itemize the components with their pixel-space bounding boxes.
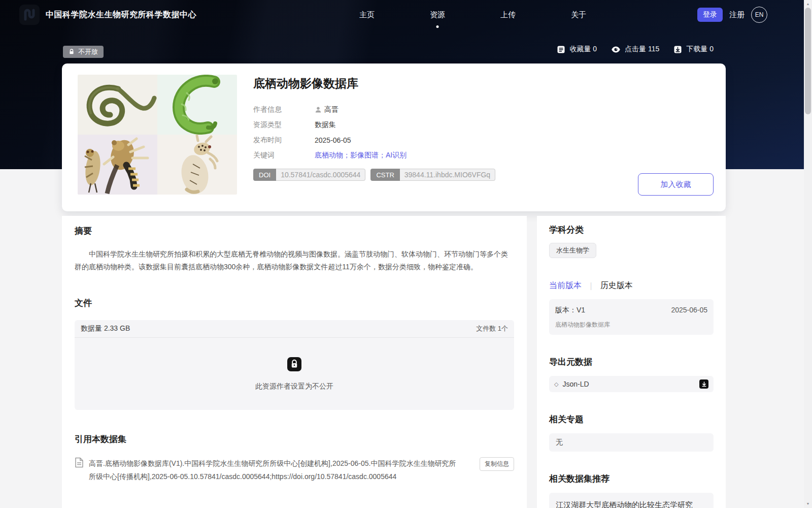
nav-about[interactable]: 关于 (571, 10, 586, 20)
doi-badge: DOI 10.57841/casdc.0005644 (253, 169, 365, 181)
stat-downloads: 下载量 0 (673, 45, 714, 54)
files-card: 数据量 2.33 GB 文件数 1个 此资源作者设置为不公开 (75, 320, 514, 410)
topics-heading: 相关专题 (549, 414, 714, 425)
version-label: 版本：V1 (555, 306, 585, 315)
export-jsonld-row[interactable]: ◇ Json-LD (549, 376, 714, 392)
export-download-button[interactable] (699, 379, 708, 389)
stat-favorites: 收藏量 0 (557, 45, 597, 54)
keywords-link[interactable]: 底栖动物；影像图谱；AI识别 (315, 151, 407, 160)
copy-citation-button[interactable]: 复制信息 (480, 457, 514, 471)
subject-heading: 学科分类 (549, 224, 714, 236)
meta-keywords: 关键词 底栖动物；影像图谱；AI识别 (253, 148, 407, 163)
recommended-dataset-title[interactable]: 江汉湖群大型底栖动物的比较生态学研究 (556, 500, 707, 508)
dataset-stats: 收藏量 0 点击量 115 下载量 0 (557, 45, 714, 54)
nav-resources[interactable]: 资源 (430, 10, 445, 20)
scrollbar[interactable]: ▲ ▼ (804, 0, 812, 508)
files-heading: 文件 (75, 297, 514, 309)
locked-message: 此资源作者设置为不公开 (255, 382, 333, 391)
nav-home[interactable]: 主页 (359, 10, 375, 20)
thumb-green-larva (157, 75, 237, 135)
download-icon (673, 45, 682, 54)
diamond-icon: ◇ (554, 381, 558, 388)
nav-upload[interactable]: 上传 (500, 10, 516, 20)
thumb-brown-larvae (78, 135, 157, 195)
export-format-label: Json-LD (562, 380, 589, 388)
identifier-row: DOI 10.57841/casdc.0005644 CSTR 39844.11… (253, 169, 495, 181)
auth-area: 登录 注册 EN (697, 0, 767, 29)
version-tabs: 当前版本 ｜ 历史版本 (549, 280, 714, 291)
version-card[interactable]: 版本：V1 2025-06-05 底栖动物影像数据库 (549, 299, 714, 335)
access-status-badge: 不开放 (63, 46, 104, 58)
stat-views: 点击量 115 (611, 45, 659, 54)
subject-tag[interactable]: 水生生物学 (549, 243, 596, 258)
doi-value: 10.57841/casdc.0005644 (276, 169, 365, 181)
top-navigation-bar: 中国科学院水生生物研究所科学数据中心 主页 资源 上传 关于 登录 注册 EN (0, 0, 812, 29)
sidebar-panel: 学科分类 水生生物学 当前版本 ｜ 历史版本 版本：V1 2025-06-05 … (537, 216, 726, 508)
abstract-text: 中国科学院水生生物研究所拍摄和积累的大型底栖无脊椎动物的视频与图像数据。涵盖节肢… (75, 248, 514, 274)
tab-separator: ｜ (587, 281, 595, 291)
meta-date: 发布时间 2025-06-05 (253, 133, 407, 148)
download-arrow-icon (701, 382, 707, 387)
citation-doc-icon (75, 457, 84, 468)
site-logo-icon (19, 5, 40, 25)
site-title: 中国科学院水生生物研究所科学数据中心 (46, 10, 196, 20)
meta-type: 资源类型 数据集 (253, 117, 407, 133)
topics-empty: 无 (549, 433, 714, 452)
login-button[interactable]: 登录 (697, 8, 723, 22)
recommended-dataset-card[interactable]: 江汉湖群大型底栖动物的比较生态学研究 底栖动物； 密度与组成； 比较生态学 (549, 493, 714, 508)
tab-current-version[interactable]: 当前版本 (549, 280, 582, 291)
locked-file-icon (287, 357, 302, 372)
page: 中国科学院水生生物研究所科学数据中心 主页 资源 上传 关于 登录 注册 EN … (0, 0, 812, 508)
citation-heading: 引用本数据集 (75, 433, 514, 445)
tab-history-version[interactable]: 历史版本 (600, 280, 633, 291)
version-date: 2025-06-05 (671, 306, 707, 315)
export-heading: 导出元数据 (549, 356, 714, 368)
meta-author: 作者信息 高晋 (253, 102, 407, 117)
cstr-badge: CSTR 39844.11.ihbdc.MIO6VFGq (370, 169, 495, 181)
add-to-favorites-button[interactable]: 加入收藏 (638, 173, 714, 196)
scrollbar-thumb[interactable] (805, 8, 811, 114)
collection-icon (557, 45, 565, 54)
scrollbar-down-arrow[interactable]: ▼ (804, 501, 812, 507)
cstr-value: 39844.11.ihbdc.MIO6VFGq (400, 169, 495, 181)
thumb-spiral-worm (78, 75, 157, 135)
dataset-thumbnail (78, 75, 237, 195)
user-icon (315, 106, 322, 113)
main-content-panel: 摘要 中国科学院水生生物研究所拍摄和积累的大型底栖无脊椎动物的视频与图像数据。涵… (62, 216, 527, 508)
lock-icon (69, 49, 75, 55)
file-count: 文件数 1个 (476, 324, 508, 333)
dataset-header-card: 底栖动物影像数据库 作者信息 高晋 资源类型 数据集 发布时间 2025-06-… (62, 64, 726, 211)
dataset-title: 底栖动物影像数据库 (253, 76, 358, 91)
register-link[interactable]: 注册 (729, 10, 745, 20)
recommend-heading: 相关数据集推荐 (549, 473, 714, 485)
citation-row: 高晋.底栖动物影像数据库(V1).中国科学院水生生物研究所所级中心[创建机构],… (75, 457, 514, 484)
main-nav: 主页 资源 上传 关于 (359, 0, 586, 29)
data-size: 数据量 2.33 GB (81, 324, 130, 333)
dataset-meta: 作者信息 高晋 资源类型 数据集 发布时间 2025-06-05 关键词 底栖动… (253, 102, 407, 163)
language-toggle[interactable]: EN (751, 7, 767, 23)
version-dataset-name: 底栖动物影像数据库 (555, 321, 707, 329)
views-icon (611, 46, 621, 53)
abstract-heading: 摘要 (75, 225, 514, 237)
brand[interactable]: 中国科学院水生生物研究所科学数据中心 (19, 5, 196, 25)
scrollbar-up-arrow[interactable]: ▲ (804, 1, 812, 7)
citation-text: 高晋.底栖动物影像数据库(V1).中国科学院水生生物研究所所级中心[创建机构],… (89, 457, 461, 484)
thumb-pale-larva (157, 135, 237, 195)
